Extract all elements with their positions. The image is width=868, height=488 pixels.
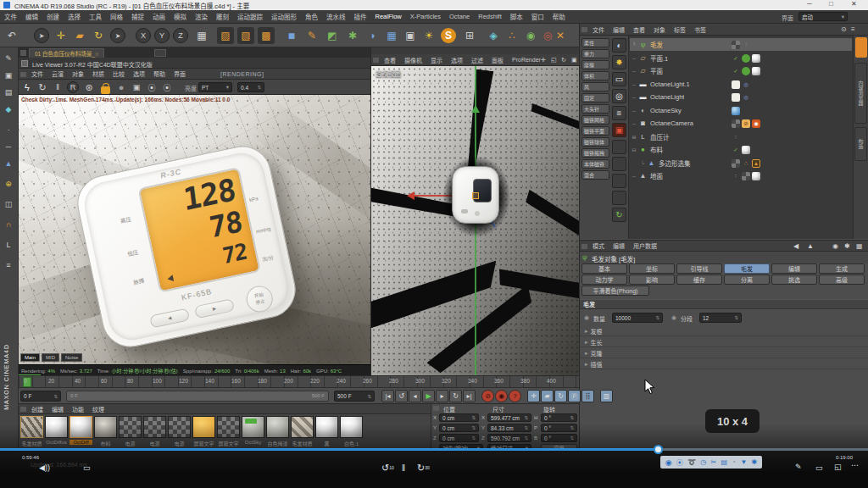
polygons-mode-icon[interactable]: ▲ [3, 158, 14, 169]
render-canvas[interactable]: R-3C 128 78 72 高压 低压 脉搏 kPa mmHg 次/分 KF-… [19, 95, 370, 364]
material-ball-icon[interactable]: ● [612, 174, 626, 188]
tab-generate[interactable]: 生成 [819, 263, 865, 274]
tag-dots[interactable]: ∶ [732, 133, 740, 141]
vp-menu-panel[interactable]: 面板 [487, 56, 508, 64]
key-pla-toggle[interactable]: ⣿ [581, 390, 594, 402]
pos-x-field[interactable]: 0 cm⇅ [439, 413, 479, 422]
tag-cloth[interactable] [752, 172, 760, 180]
attr-up-icon[interactable]: ▲ [807, 242, 814, 250]
material-swatch[interactable] [217, 416, 240, 438]
material-swatch[interactable] [192, 416, 215, 438]
collapsed-roots[interactable]: ▸发根 [580, 326, 868, 336]
region-tab-main[interactable]: Main [20, 353, 40, 362]
tree-row-floor[interactable]: ─▲ 地面 ∶ [630, 169, 852, 182]
menu-item-mograph[interactable]: 运动图形 [267, 12, 301, 21]
gizmo-center-handle[interactable] [472, 192, 479, 199]
mat-menu-function[interactable]: 功能 [68, 405, 88, 413]
lock-z-icon[interactable]: Z [173, 28, 188, 43]
segment-field[interactable]: 12⇅ [699, 313, 742, 323]
attr-back-icon[interactable]: ◀ [793, 242, 798, 250]
restart-render-icon[interactable]: ϟ [21, 81, 33, 93]
vp-menu-prorender[interactable]: ProRender [508, 57, 545, 63]
scale-icon[interactable]: ▰ [71, 27, 88, 44]
pause-render-icon[interactable]: ‖ [52, 81, 64, 93]
tree-row-octanelight1[interactable]: ─▬ OctaneLight.1 ◎ [630, 78, 852, 91]
pos-y-field[interactable]: 0 cm⇅ [439, 424, 479, 432]
material-swatch[interactable] [266, 416, 289, 438]
pencil-icon[interactable]: ✎ [795, 463, 802, 471]
kernel-param-field[interactable]: 0.4⇅ [237, 82, 264, 92]
gizmo-x-arrow[interactable] [407, 191, 415, 200]
forward-30-icon[interactable]: ↻30 [417, 463, 430, 474]
attr-menu-userdata[interactable]: 用户数据 [629, 241, 661, 250]
sim-fix-button[interactable]: 固定 [581, 93, 609, 103]
om-menu-tags[interactable]: 标签 [670, 25, 690, 34]
floor-icon[interactable]: ▦ [383, 27, 400, 44]
sim-mix-button[interactable]: 混合 [581, 170, 609, 180]
rewind-10-icon[interactable]: ↺10 [381, 463, 394, 474]
tree-row-octanesky[interactable]: ─◐ OctaneSky [630, 104, 852, 117]
keyframe-selection-button[interactable]: ? [509, 390, 521, 402]
rot-p-field[interactable]: 0 °⇅ [541, 424, 577, 432]
coordinate-system-icon[interactable]: ▦ [193, 27, 210, 44]
material-swatch[interactable] [168, 416, 191, 438]
tab-forces[interactable]: 影响 [629, 274, 675, 285]
spline-pen-icon[interactable]: ✎ [303, 27, 320, 44]
tag-cloth[interactable] [752, 54, 760, 63]
size-z-field[interactable]: 590.792 cm⇅ [487, 434, 531, 442]
pip-icon[interactable]: ▭ [815, 463, 823, 472]
tab-phong[interactable]: 平滑着色(Phong) [581, 286, 649, 296]
menu-item-render[interactable]: 渲染 [191, 12, 212, 21]
player-progress-handle[interactable] [654, 445, 663, 454]
tree-row-cloth[interactable]: ⊟● 布料 ✓ [630, 143, 852, 156]
environment-icon[interactable]: ◗ [364, 27, 381, 44]
tag-dots[interactable]: ∶ [732, 172, 740, 180]
tab-hairs[interactable]: 毛发 [724, 263, 770, 274]
focus-picker-icon[interactable]: ⦿ [146, 81, 158, 93]
tab-guides[interactable]: 引导线 [676, 263, 722, 274]
subdivision-surface-icon[interactable]: ◩ [324, 27, 341, 44]
player-pin-icon[interactable]: ⦿ [676, 458, 683, 467]
key-parameter-toggle[interactable]: Ⓟ [568, 390, 581, 402]
menu-item-tools[interactable]: 工具 [85, 12, 106, 21]
tree-row-octanecamera[interactable]: ─◙ OctaneCamera ⊘ ◉ [630, 117, 852, 130]
menu-item-file[interactable]: 文件 [0, 12, 21, 21]
viewport-solo-icon[interactable]: ◫ [3, 198, 14, 210]
dynamics-icon[interactable]: ◎ [539, 27, 556, 44]
lv-menu-materials[interactable]: 材质 [88, 69, 108, 78]
player-scissors-icon[interactable]: ✂ [711, 458, 717, 466]
menu-item-snap[interactable]: 捕捉 [127, 12, 148, 21]
autokey-button[interactable]: ◉ [495, 390, 508, 402]
lv-menu-interface[interactable]: 界面 [170, 69, 190, 78]
xparticles-icon[interactable]: ✕ [554, 27, 566, 44]
edges-mode-icon[interactable]: ─ [3, 141, 14, 152]
tag-octane-imager[interactable]: ⊘ [742, 119, 750, 128]
primitive-cube-icon[interactable]: ■ [283, 27, 300, 44]
menu-item-simulate[interactable]: 模拟 [170, 12, 191, 21]
tree-row-bpmonitor[interactable]: ⊞L 血压计 ∶ [630, 130, 852, 143]
material-swatch[interactable] [315, 416, 338, 438]
om-burger-icon[interactable]: ≡ [851, 25, 855, 33]
interface-dropdown[interactable]: 启动▾ [798, 12, 848, 21]
record-keyframe-button[interactable]: ⊘ [481, 390, 494, 402]
tag-cloth[interactable] [742, 146, 750, 154]
lv-menu-objects[interactable]: 对象 [68, 69, 88, 78]
sim-magnet-plane-button[interactable]: 磁铁平面 [581, 126, 609, 136]
tree-row-plane[interactable]: ─▱ 平面 ✓ [630, 64, 852, 77]
timeline-window-button[interactable]: ▥ [600, 390, 613, 402]
tag-material-green[interactable] [742, 54, 750, 63]
region-tab-noise[interactable]: Noise [61, 353, 82, 362]
menu-item-pipeline[interactable]: 流水线 [322, 12, 350, 21]
pos-z-field[interactable]: 0 cm⇅ [439, 434, 479, 442]
tag-cloth[interactable] [752, 67, 760, 75]
vp-menu-filter[interactable]: 过滤 [467, 56, 487, 64]
menu-item-plugins[interactable]: 插件 [350, 12, 371, 21]
sim-soft-button[interactable]: 柔性 [581, 38, 609, 47]
tag-octane-camera[interactable]: ◉ [752, 119, 760, 128]
menu-item-create[interactable]: 创建 [42, 12, 64, 21]
material-swatch[interactable] [20, 416, 43, 438]
material-ball-icon[interactable]: ● [612, 191, 626, 205]
player-avatar-icon[interactable]: ◉ [665, 458, 672, 467]
material-swatch[interactable] [340, 416, 363, 438]
lock-y-icon[interactable]: Y [154, 28, 170, 43]
